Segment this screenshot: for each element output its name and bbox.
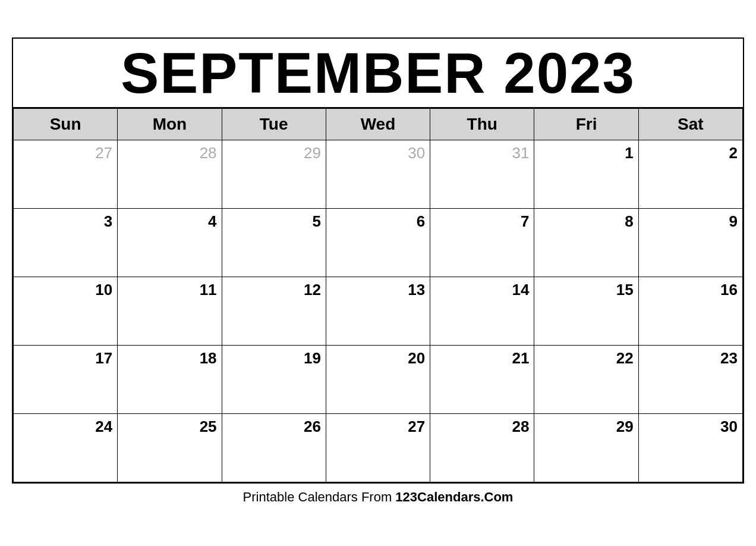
calendar-day: 15 xyxy=(534,277,638,345)
calendar-day: 24 xyxy=(14,413,118,482)
calendar-day: 28 xyxy=(430,413,534,482)
footer-normal: Printable Calendars From xyxy=(243,489,396,504)
calendar-day: 8 xyxy=(534,208,638,277)
calendar-day: 27 xyxy=(14,140,118,208)
calendar-week-5: 24252627282930 xyxy=(14,413,743,482)
day-header-sun: Sun xyxy=(14,108,118,140)
calendar-title: SEPTEMBER 2023 xyxy=(13,39,743,108)
calendar-day: 4 xyxy=(118,208,222,277)
calendar-day: 16 xyxy=(638,277,742,345)
calendar-day: 30 xyxy=(326,140,430,208)
day-header-fri: Fri xyxy=(534,108,638,140)
calendar-day: 19 xyxy=(222,345,326,413)
calendar-week-4: 17181920212223 xyxy=(14,345,743,413)
calendar-day: 1 xyxy=(534,140,638,208)
calendar-day: 20 xyxy=(326,345,430,413)
calendar-day: 14 xyxy=(430,277,534,345)
calendar-grid: SunMonTueWedThuFriSat 272829303112345678… xyxy=(13,108,743,482)
calendar-container: SEPTEMBER 2023 SunMonTueWedThuFriSat 272… xyxy=(12,37,744,484)
day-header-sat: Sat xyxy=(638,108,742,140)
calendar-day: 23 xyxy=(638,345,742,413)
footer: Printable Calendars From 123Calendars.Co… xyxy=(243,484,514,509)
calendar-day: 28 xyxy=(118,140,222,208)
calendar-day: 30 xyxy=(638,413,742,482)
calendar-day: 5 xyxy=(222,208,326,277)
calendar-day: 25 xyxy=(118,413,222,482)
calendar-body: 2728293031123456789101112131415161718192… xyxy=(14,140,743,482)
calendar-day: 13 xyxy=(326,277,430,345)
calendar-day: 29 xyxy=(222,140,326,208)
footer-bold: 123Calendars.Com xyxy=(395,489,513,504)
calendar-day: 11 xyxy=(118,277,222,345)
calendar-day: 22 xyxy=(534,345,638,413)
day-header-wed: Wed xyxy=(326,108,430,140)
day-header-row: SunMonTueWedThuFriSat xyxy=(14,108,743,140)
calendar-week-3: 10111213141516 xyxy=(14,277,743,345)
calendar-day: 21 xyxy=(430,345,534,413)
calendar-day: 26 xyxy=(222,413,326,482)
calendar-day: 6 xyxy=(326,208,430,277)
calendar-day: 17 xyxy=(14,345,118,413)
calendar-week-1: 272829303112 xyxy=(14,140,743,208)
calendar-week-2: 3456789 xyxy=(14,208,743,277)
day-header-mon: Mon xyxy=(118,108,222,140)
calendar-day: 9 xyxy=(638,208,742,277)
calendar-day: 12 xyxy=(222,277,326,345)
calendar-day: 29 xyxy=(534,413,638,482)
calendar-day: 27 xyxy=(326,413,430,482)
day-header-tue: Tue xyxy=(222,108,326,140)
calendar-day: 18 xyxy=(118,345,222,413)
calendar-day: 2 xyxy=(638,140,742,208)
day-header-thu: Thu xyxy=(430,108,534,140)
calendar-day: 10 xyxy=(14,277,118,345)
calendar-day: 7 xyxy=(430,208,534,277)
calendar-day: 3 xyxy=(14,208,118,277)
calendar-day: 31 xyxy=(430,140,534,208)
